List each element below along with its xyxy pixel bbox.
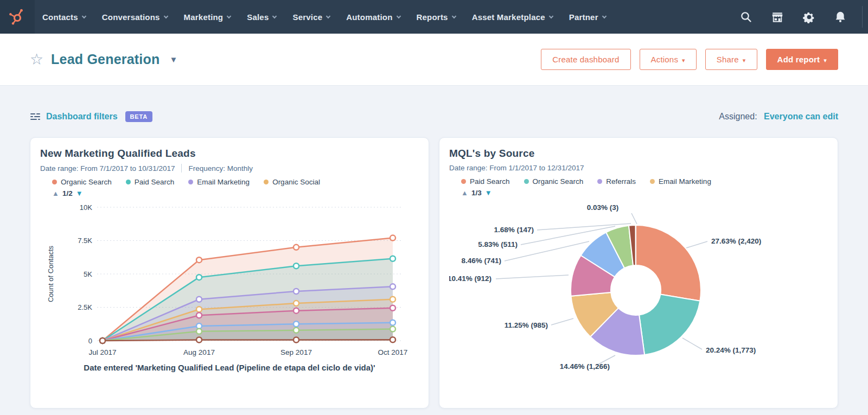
legend-item-paid-search[interactable]: Paid Search <box>461 177 510 186</box>
donut-chart: 27.63% (2,420)20.24% (1,773)14.46% (1,26… <box>449 198 827 388</box>
report-date-range: Date range: From 1/1/2017 to 12/31/2017 <box>449 164 584 172</box>
data-point-marker[interactable] <box>390 256 395 261</box>
search-icon[interactable] <box>734 5 758 29</box>
actions-button[interactable]: Actions▾ <box>640 49 697 70</box>
data-point-marker[interactable] <box>196 274 202 280</box>
y-axis-tick: 5K <box>84 270 92 278</box>
donut-slice-paid-search[interactable] <box>636 225 701 301</box>
data-point-marker[interactable] <box>196 297 202 302</box>
legend-dot-icon <box>264 180 269 184</box>
legend-item-organic-search[interactable]: Organic Search <box>524 177 584 186</box>
data-point-marker[interactable] <box>390 305 395 311</box>
nav-item-label: Reports <box>417 12 448 22</box>
data-point-marker[interactable] <box>293 321 299 327</box>
data-point-marker[interactable] <box>390 320 395 325</box>
share-label: Share <box>717 55 739 64</box>
settings-icon[interactable] <box>797 5 821 29</box>
dashboard-picker-caret-icon[interactable]: ▼ <box>169 55 177 64</box>
data-point-marker[interactable] <box>196 307 202 312</box>
chevron-down-icon <box>549 14 553 18</box>
legend-item-paid-search[interactable]: Paid Search <box>126 178 175 186</box>
legend-page-down-icon[interactable]: ▼ <box>76 190 83 197</box>
nav-item-sales[interactable]: Sales <box>247 12 276 22</box>
data-point-marker[interactable] <box>390 235 395 241</box>
data-point-marker[interactable] <box>196 312 202 318</box>
legend-label: Paid Search <box>135 178 175 186</box>
data-point-marker[interactable] <box>390 297 395 302</box>
legend-item-referrals[interactable]: Referrals <box>597 177 636 186</box>
notifications-icon[interactable] <box>828 5 852 29</box>
slice-value-label: 11.25% (985) <box>505 321 548 329</box>
data-point-marker[interactable] <box>293 328 299 333</box>
chevron-down-icon <box>272 14 277 18</box>
report-title: New Marketing Qualified Leads <box>40 148 419 159</box>
x-axis-tick: Sep 2017 <box>280 348 312 356</box>
chevron-down-icon <box>227 14 231 18</box>
data-point-marker[interactable] <box>196 329 202 334</box>
data-point-marker[interactable] <box>100 338 105 343</box>
dashboard-body: Dashboard filters BETA Assigned: Everyon… <box>0 86 868 408</box>
add-report-button[interactable]: Add report▾ <box>766 49 838 70</box>
legend-dot-icon <box>524 179 529 184</box>
chevron-down-icon <box>82 14 86 18</box>
slice-value-label: 20.24% (1,773) <box>706 346 756 354</box>
legend-dot-icon <box>597 179 602 184</box>
line-chart: 02.5K5K7.5K10KCount of ContactsJul 2017A… <box>46 199 420 361</box>
chevron-down-icon <box>163 14 168 18</box>
share-button[interactable]: Share▾ <box>705 49 757 70</box>
data-point-marker[interactable] <box>293 263 299 269</box>
legend-dot-icon <box>126 180 131 184</box>
caret-down-icon: ▾ <box>824 57 827 63</box>
legend-dot-icon <box>52 180 57 184</box>
data-point-marker[interactable] <box>293 289 299 294</box>
dashboard-header: ☆ Lead Generation ▼ Create dashboard Act… <box>0 34 868 86</box>
data-point-marker[interactable] <box>196 257 202 263</box>
nav-item-contacts[interactable]: Contacts <box>42 12 86 22</box>
data-point-marker[interactable] <box>196 323 202 329</box>
nav-item-reports[interactable]: Reports <box>417 12 456 22</box>
x-axis-tick: Aug 2017 <box>183 348 215 356</box>
legend-label: Email Marketing <box>197 178 250 186</box>
data-point-marker[interactable] <box>293 301 299 306</box>
assigned-label: Assigned: <box>719 112 757 121</box>
x-axis-title: Date entered 'Marketing Qualified Lead (… <box>67 362 392 373</box>
data-point-marker[interactable] <box>390 337 395 342</box>
line-chart-legend: Organic SearchPaid SearchEmail Marketing… <box>52 178 419 186</box>
legend-page-up-icon[interactable]: ▲ <box>52 190 59 197</box>
nav-item-conversations[interactable]: Conversations <box>102 12 168 22</box>
assigned-permission-link[interactable]: Everyone can edit <box>764 112 838 121</box>
legend-item-organic-search[interactable]: Organic Search <box>52 178 112 186</box>
nav-item-partner[interactable]: Partner <box>569 12 606 22</box>
report-frequency: Frequency: Monthly <box>188 164 253 173</box>
legend-page-indicator: 1/2 <box>62 189 73 197</box>
data-point-marker[interactable] <box>390 284 395 289</box>
data-point-marker[interactable] <box>293 245 299 250</box>
nav-item-automation[interactable]: Automation <box>346 12 400 22</box>
nav-utilities <box>734 0 868 34</box>
legend-label: Organic Search <box>61 178 112 186</box>
marketplace-icon[interactable] <box>765 5 789 29</box>
legend-item-email-marketing[interactable]: Email Marketing <box>188 178 250 186</box>
nav-item-service[interactable]: Service <box>292 12 330 22</box>
data-point-marker[interactable] <box>293 337 299 343</box>
create-dashboard-button[interactable]: Create dashboard <box>541 49 630 70</box>
slice-value-label: 27.63% (2,420) <box>711 237 761 245</box>
legend-item-email-marketing[interactable]: Email Marketing <box>650 177 711 186</box>
legend-item-organic-social[interactable]: Organic Social <box>264 178 320 186</box>
nav-item-asset-marketplace[interactable]: Asset Marketplace <box>472 12 553 22</box>
legend-page-down-icon[interactable]: ▼ <box>485 189 492 196</box>
nav-item-marketing[interactable]: Marketing <box>184 12 231 22</box>
legend-page-up-icon[interactable]: ▲ <box>461 189 468 196</box>
dashboard-filters-button[interactable]: Dashboard filters BETA <box>30 111 152 122</box>
nav-item-label: Partner <box>569 12 598 22</box>
favorite-star-icon[interactable]: ☆ <box>30 52 43 67</box>
data-point-marker[interactable] <box>196 337 202 343</box>
nav-item-label: Sales <box>247 12 269 22</box>
data-point-marker[interactable] <box>390 327 395 332</box>
hubspot-logo[interactable] <box>0 0 35 34</box>
donut-slice-organic-search[interactable] <box>639 295 700 355</box>
legend-pager: ▲ 1/3 ▼ <box>461 189 828 197</box>
caret-down-icon: ▾ <box>682 57 685 63</box>
data-point-marker[interactable] <box>293 308 299 314</box>
y-axis-tick: 7.5K <box>78 237 92 245</box>
